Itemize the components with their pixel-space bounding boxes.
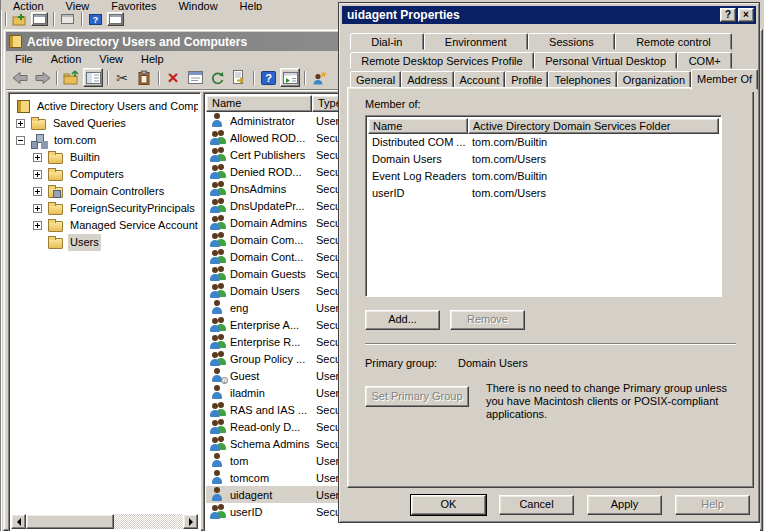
user-icon: [210, 113, 226, 128]
new-console-icon[interactable]: [11, 12, 28, 26]
tab-profile[interactable]: Profile: [505, 71, 548, 88]
member-of-row[interactable]: userID tom.com/Users: [368, 185, 719, 202]
set-primary-group-button[interactable]: Set Primary Group: [365, 386, 469, 407]
mmc-menu-item-window[interactable]: Window: [178, 0, 217, 10]
user-icon: [210, 300, 226, 315]
tab-account[interactable]: Account: [454, 71, 506, 88]
export-list-icon[interactable]: [229, 68, 249, 87]
toolbar-separator: [304, 71, 305, 85]
dialog-titlebar: uidagent Properties ? ×: [342, 6, 756, 24]
tab-environment[interactable]: Environment: [424, 33, 528, 50]
show-console-tree-icon[interactable]: [83, 68, 103, 87]
mmc-menu-item-favorites[interactable]: Favorites: [111, 0, 156, 10]
cut-icon[interactable]: ✂: [112, 68, 132, 87]
member-of-row[interactable]: Domain Users tom.com/Users: [368, 151, 719, 168]
tree-item[interactable]: Saved Queries: [11, 115, 198, 132]
tab-member-of[interactable]: Member Of: [691, 69, 758, 90]
add-button[interactable]: Add...: [365, 310, 440, 330]
tab-organization[interactable]: Organization: [617, 71, 691, 88]
list-cell-name: Domain Guests: [230, 268, 312, 280]
list-cell-name: Cert Publishers: [230, 149, 312, 161]
tab-personal-virtual-desktop[interactable]: Personal Virtual Desktop: [534, 52, 677, 69]
console-menu-item-action[interactable]: Action: [42, 53, 91, 65]
mmc-frame: ActionViewFavoritesWindowHelp ? Active D…: [0, 0, 764, 531]
group-icon: [210, 351, 226, 366]
list-cell-name: Schema Admins: [230, 438, 312, 450]
tab-dial-in[interactable]: Dial-in: [350, 33, 424, 50]
list-cell-name: Enterprise R...: [230, 336, 312, 348]
back-icon[interactable]: [10, 68, 30, 87]
member-of-column-name[interactable]: Name: [368, 118, 468, 134]
scrollbar-thumb[interactable]: [26, 514, 114, 529]
tree-expander-icon[interactable]: [33, 187, 42, 196]
tree-item[interactable]: ForeignSecurityPrincipals: [11, 200, 198, 217]
refresh-icon[interactable]: [207, 68, 227, 87]
tree-expander-icon[interactable]: [33, 170, 42, 179]
ok-button[interactable]: OK: [411, 495, 486, 515]
tree-item[interactable]: Builtin: [11, 149, 198, 166]
up-one-level-icon[interactable]: [61, 68, 81, 87]
paste-icon[interactable]: [134, 68, 154, 87]
tree-item-label: Saved Queries: [51, 115, 128, 132]
tab-address[interactable]: Address: [401, 71, 453, 88]
mmc-menu-item-view[interactable]: View: [66, 0, 90, 10]
help-icon[interactable]: ?: [258, 68, 278, 87]
tab-sessions[interactable]: Sessions: [528, 33, 615, 50]
tree-item[interactable]: Domain Controllers: [11, 183, 198, 200]
console-menu-item-file[interactable]: File: [6, 53, 42, 65]
properties-icon[interactable]: [185, 68, 205, 87]
tab-general[interactable]: General: [350, 71, 401, 88]
tab-remote-desktop-services-profile[interactable]: Remote Desktop Services Profile: [350, 52, 534, 69]
tree-horizontal-scrollbar[interactable]: [11, 514, 198, 529]
group-icon: [210, 198, 226, 213]
new-user-icon[interactable]: [309, 68, 329, 87]
scrollbar-track[interactable]: [114, 514, 183, 529]
dialog-close-icon[interactable]: ×: [738, 8, 754, 22]
tab-com-[interactable]: COM+: [677, 52, 732, 69]
remove-button[interactable]: Remove: [450, 310, 525, 330]
mmc-menu-item-action[interactable]: Action: [13, 0, 44, 10]
list-cell-name: Enterprise A...: [230, 319, 312, 331]
member-of-row[interactable]: Distributed COM ... tom.com/Builtin: [368, 134, 719, 151]
column-header-name[interactable]: Name: [206, 95, 312, 112]
show-window-icon[interactable]: [280, 68, 300, 87]
forward-icon[interactable]: [32, 68, 52, 87]
delete-icon[interactable]: ×: [163, 68, 183, 87]
tree-item[interactable]: tom.com: [11, 132, 198, 149]
tree-expander-icon[interactable]: [16, 136, 25, 145]
primary-group-note: There is no need to change Primary group…: [486, 382, 732, 421]
tree-item[interactable]: Users: [11, 234, 198, 251]
dialog-help-icon[interactable]: ?: [720, 8, 736, 22]
console-menu-item-view[interactable]: View: [90, 53, 132, 65]
console-menu-item-help[interactable]: Help: [132, 53, 173, 65]
member-of-column-folder[interactable]: Active Directory Domain Services Folder: [468, 118, 719, 134]
group-icon: [210, 215, 226, 230]
window-icon[interactable]: [107, 12, 124, 26]
tree-item[interactable]: Computers: [11, 166, 198, 183]
group-icon: [210, 266, 226, 281]
scroll-left-button[interactable]: [11, 514, 26, 529]
member-of-cell-folder: tom.com/Users: [468, 185, 719, 202]
help-button[interactable]: Help: [675, 495, 750, 515]
tab-telephones[interactable]: Telephones: [548, 71, 616, 88]
member-of-row[interactable]: Event Log Readers tom.com/Builtin: [368, 168, 719, 185]
cancel-button[interactable]: Cancel: [499, 495, 574, 515]
help-window-icon[interactable]: ?: [87, 12, 104, 26]
member-of-list-header: Name Active Directory Domain Services Fo…: [368, 118, 719, 134]
group-icon: [210, 334, 226, 349]
tree-item[interactable]: Managed Service Accounts: [11, 217, 198, 234]
window-icon[interactable]: [59, 12, 76, 26]
member-of-label: Member of:: [365, 98, 421, 110]
tree-expander-icon[interactable]: [33, 153, 42, 162]
mmc-menu-item-help[interactable]: Help: [240, 0, 263, 10]
window-icon[interactable]: [31, 12, 48, 26]
tree-expander-icon[interactable]: [16, 119, 25, 128]
tree-expander-icon[interactable]: [33, 204, 42, 213]
tree-item[interactable]: Active Directory Users and Computers: [11, 98, 198, 115]
apply-button[interactable]: Apply: [587, 495, 662, 515]
tree-item-label: Builtin: [68, 149, 102, 166]
tab-remote-control[interactable]: Remote control: [615, 33, 732, 50]
scroll-right-button[interactable]: [183, 514, 198, 529]
user-icon: [210, 385, 226, 400]
tree-expander-icon[interactable]: [33, 221, 42, 230]
